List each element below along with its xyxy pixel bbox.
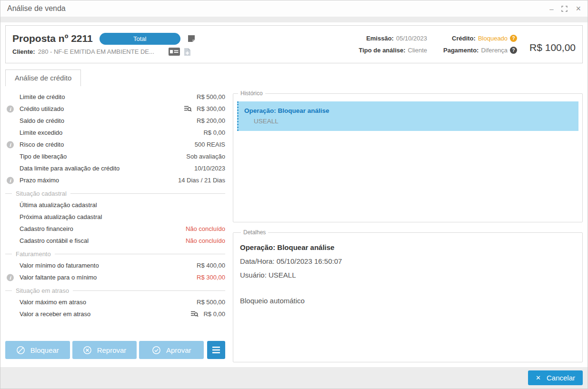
credito-help-icon[interactable]: ?: [510, 35, 517, 42]
proposal-header-right: Emissão: 05/10/2023 Crédito: Bloqueado ?…: [359, 35, 576, 54]
row-label: Valor máximo em atraso: [20, 299, 86, 306]
history-user: USEALL: [244, 118, 573, 125]
note-icon[interactable]: [187, 34, 196, 43]
analise-de-venda-dialog: Análise de venda – × Proposta nº 2211 To…: [0, 0, 588, 389]
credit-row: Valor mínimo do faturamentoR$ 400,00: [5, 259, 225, 271]
window-controls: – ×: [549, 4, 581, 13]
bloquear-button[interactable]: Bloquear: [5, 341, 70, 359]
divider-line: [70, 193, 225, 194]
row-value: R$ 500,00: [197, 299, 225, 306]
proposal-title: Proposta nº 2211: [12, 33, 93, 44]
row-label: Cadastro contábil e fiscal: [20, 237, 89, 244]
row-label: Última atualização cadastral: [20, 201, 97, 209]
section-label: Faturamento: [16, 250, 51, 258]
row-value: R$ 500,00: [197, 93, 225, 100]
row-label: Data limite para avaliação de crédito: [20, 165, 120, 172]
divider-line: [5, 290, 12, 291]
row-label: Valor mínimo do faturamento: [20, 262, 99, 269]
credit-row: Tipo de liberaçãoSob avaliação: [5, 150, 225, 162]
credit-row: Valor máximo em atrasoR$ 500,00: [5, 296, 225, 308]
credit-row: i Crédito utilizado R$ 300,00: [5, 103, 225, 115]
info-icon: i: [7, 274, 14, 281]
credit-row: Limite excedidoR$ 0,00: [5, 127, 225, 139]
row-label: Crédito utilizado: [20, 105, 64, 112]
close-icon[interactable]: ×: [576, 4, 581, 13]
file-plus-icon[interactable]: [184, 48, 191, 56]
section-divider: Situação em atraso: [5, 285, 225, 296]
credit-row: Próxima atualização cadastral: [5, 211, 225, 223]
credit-rows: Limite de créditoR$ 500,00 i Crédito uti…: [5, 91, 225, 320]
row-value: 500 REAIS: [195, 141, 225, 148]
window-title: Análise de venda: [7, 4, 66, 13]
proposal-header-left: Proposta nº 2211 Total Cliente: 280 - NF…: [12, 33, 196, 56]
pagamento-field: Pagamento: Diferença ?: [443, 47, 517, 54]
hamburger-icon: [211, 346, 221, 354]
credit-row: Limite de créditoR$ 500,00: [5, 91, 225, 103]
action-buttons: Bloquear Reprovar: [5, 341, 225, 359]
credit-row: Cadastro contábil e fiscalNão concluído: [5, 235, 225, 247]
pagamento-help-icon[interactable]: ?: [510, 47, 517, 54]
row-value: R$ 300,00: [197, 105, 225, 112]
row-label: Próxima atualização cadastral: [20, 213, 102, 220]
section-divider: Situação cadastral: [5, 188, 225, 199]
divider-line: [55, 254, 225, 254]
divider-line: [73, 290, 225, 291]
history-details-panel: Histórico Operação: Bloquear análise USE…: [233, 86, 583, 362]
section-label: Situação cadastral: [16, 190, 67, 197]
actions-menu-button[interactable]: [207, 341, 225, 359]
client-label: Cliente:: [12, 48, 35, 55]
credit-row: Saldo de créditoR$ 200,00: [5, 115, 225, 127]
reprovar-button[interactable]: Reprovar: [72, 341, 137, 359]
titlebar-divider: [0, 17, 588, 22]
aprovar-button[interactable]: Aprovar: [139, 341, 204, 359]
total-badge[interactable]: Total: [100, 33, 180, 45]
dialog-footer: ✕ Cancelar: [0, 367, 588, 389]
titlebar: Análise de venda – ×: [0, 0, 588, 17]
section-label: Situação em atraso: [16, 287, 69, 294]
detalhes-legend: Detalhes: [241, 229, 268, 236]
row-label: Cadastro financeiro: [20, 225, 73, 232]
divider-line: [5, 254, 12, 254]
total-amount: R$ 100,00: [529, 42, 576, 54]
historico-legend: Histórico: [238, 90, 265, 97]
client-value: 280 - NF-E EMITIDA EM AMBIENTE DE...: [38, 48, 154, 55]
row-value: R$ 400,00: [197, 262, 225, 269]
info-icon: i: [7, 105, 14, 112]
credit-row: i Valor faltante para o mínimoR$ 300,00: [5, 271, 225, 283]
tab-analise-de-credito[interactable]: Análise de crédito: [5, 70, 81, 86]
credit-row: i Risco de crédito500 REAIS: [5, 139, 225, 150]
row-value: Sob avaliação: [186, 153, 225, 160]
divider-line: [5, 193, 12, 194]
row-value: Não concluído: [186, 237, 225, 244]
history-item[interactable]: Operação: Bloquear análise USEALL: [237, 101, 578, 131]
row-label: Valor a receber em atraso: [20, 310, 90, 318]
list-search-icon[interactable]: [190, 310, 199, 318]
tab-bar: Análise de crédito: [5, 70, 583, 86]
credit-row: Valor a receber em atraso R$ 0,00: [5, 308, 225, 320]
cancelar-button[interactable]: ✕ Cancelar: [528, 370, 583, 385]
row-value: 10/10/2023: [194, 165, 225, 172]
check-circle-icon: [152, 346, 161, 355]
row-label: Prazo máximo: [20, 177, 59, 184]
row-label: Limite de crédito: [20, 93, 65, 100]
row-value: R$ 0,00: [203, 129, 225, 136]
maximize-icon[interactable]: [561, 6, 568, 12]
history-operation: Operação: Bloquear análise: [244, 107, 573, 114]
list-search-icon[interactable]: [184, 105, 192, 112]
row-value: 14 Dias / 21 Dias: [178, 177, 225, 184]
detail-user: Usuário: USEALL: [240, 268, 576, 282]
cancel-x-icon: ✕: [536, 374, 541, 381]
minimize-icon[interactable]: –: [549, 5, 553, 12]
main-content: Limite de créditoR$ 500,00 i Crédito uti…: [0, 86, 588, 362]
row-label: Saldo de crédito: [20, 117, 64, 124]
credit-row: i Prazo máximo14 Dias / 21 Dias: [5, 174, 225, 186]
tipo-analise-field: Tipo de análise: Cliente: [359, 47, 427, 54]
block-circle-icon: [16, 346, 25, 355]
row-label: Tipo de liberação: [20, 153, 67, 160]
id-card-icon[interactable]: [169, 48, 180, 56]
credit-row: Cadastro financeiroNão concluído: [5, 223, 225, 235]
emissao-field: Emissão: 05/10/2023: [366, 35, 427, 42]
row-value: R$ 300,00: [197, 274, 225, 281]
x-circle-icon: [83, 346, 92, 355]
credit-row: Data limite para avaliação de crédito10/…: [5, 162, 225, 174]
